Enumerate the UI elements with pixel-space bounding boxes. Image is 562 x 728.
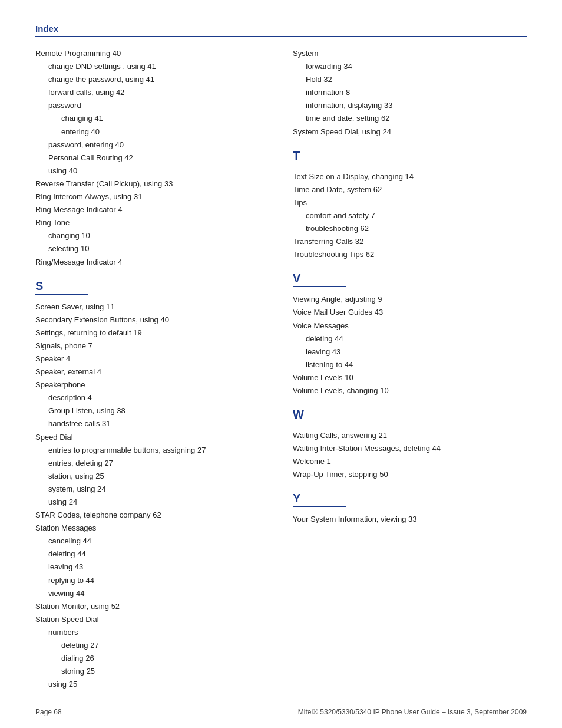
section-rule <box>293 423 346 423</box>
list-item: change the password, using 41 <box>48 73 269 86</box>
list-item: Volume Levels 10 <box>293 371 527 384</box>
list-item: selecting 10 <box>48 242 269 255</box>
list-item: viewing 44 <box>48 587 269 600</box>
list-item: canceling 44 <box>48 535 269 548</box>
list-item: numbers <box>48 626 269 639</box>
section-letter-t: T <box>293 149 527 163</box>
list-item: deleting 44 <box>48 548 269 561</box>
list-item: dialing 26 <box>61 652 269 665</box>
list-item: using 40 <box>48 164 269 177</box>
footer-right: Mitel® 5320/5330/5340 IP Phone User Guid… <box>298 708 527 716</box>
list-item: Reverse Transfer (Call Pickup), using 33 <box>35 177 269 190</box>
list-item: Welcome 1 <box>293 455 527 468</box>
list-item: station, using 25 <box>48 470 269 483</box>
list-item: Ring Tone <box>35 216 269 229</box>
list-item: Station Speed Dial <box>35 613 269 626</box>
list-item: handsfree calls 31 <box>48 417 269 430</box>
list-item: Speed Dial <box>35 431 269 444</box>
section-letter-v: V <box>293 272 527 285</box>
list-item: Viewing Angle, adjusting 9 <box>293 293 527 306</box>
list-item: comfort and safety 7 <box>306 209 527 222</box>
list-item: Secondary Extension Buttons, using 40 <box>35 314 269 327</box>
list-item: forward calls, using 42 <box>48 86 269 99</box>
list-item: Speakerphone <box>35 378 269 391</box>
list-item: forwarding 34 <box>306 60 527 73</box>
list-item: Troubleshooting Tips 62 <box>293 248 527 261</box>
list-item: Waiting Calls, answering 21 <box>293 429 527 442</box>
list-item: Ring Intercom Always, using 31 <box>35 190 269 203</box>
list-item: Station Messages <box>35 522 269 535</box>
title-rule <box>35 36 527 37</box>
list-item: password, entering 40 <box>48 139 269 151</box>
list-item: Voice Mail User Guides 43 <box>293 306 527 319</box>
right-column: Systemforwarding 34Hold 32information 8i… <box>293 47 527 691</box>
list-item: STAR Codes, telephone company 62 <box>35 509 269 522</box>
page-footer: Page 68 Mitel® 5320/5330/5340 IP Phone U… <box>35 704 527 716</box>
section-rule <box>293 506 346 507</box>
list-item: Remote Programming 40 <box>35 47 269 60</box>
list-item: password <box>48 99 269 112</box>
list-item: time and date, setting 62 <box>306 112 527 125</box>
section-letter-y: Y <box>293 492 527 505</box>
list-item: storing 25 <box>61 665 269 678</box>
list-item: Tips <box>293 196 527 209</box>
list-item: change DND settings , using 41 <box>48 60 269 73</box>
list-item: System Speed Dial, using 24 <box>293 126 527 139</box>
list-item: Group Listen, using 38 <box>48 404 269 417</box>
list-item: Voice Messages <box>293 319 527 332</box>
list-item: entries, deleting 27 <box>48 457 269 470</box>
list-item: deleting 27 <box>61 639 269 652</box>
list-item: System <box>293 47 527 60</box>
list-item: replying to 44 <box>48 574 269 587</box>
list-item: Your System Information, viewing 33 <box>293 513 527 526</box>
footer-left: Page 68 <box>35 708 62 716</box>
page-container: Index Remote Programming 40change DND se… <box>0 0 562 728</box>
list-item: changing 41 <box>61 112 269 125</box>
list-item: Signals, phone 7 <box>35 340 269 353</box>
list-item: Personal Call Routing 42 <box>48 151 269 164</box>
list-item: deleting 44 <box>306 332 527 345</box>
left-column: Remote Programming 40change DND settings… <box>35 47 269 691</box>
list-item: description 4 <box>48 391 269 404</box>
list-item: Screen Saver, using 11 <box>35 301 269 314</box>
list-item: entering 40 <box>61 126 269 139</box>
section-letter-w: W <box>293 408 527 421</box>
list-item: listening to 44 <box>306 358 527 371</box>
list-item: Settings, returning to default 19 <box>35 327 269 340</box>
section-rule <box>293 164 346 164</box>
list-item: entries to programmable buttons, assigni… <box>48 444 269 457</box>
list-item: Speaker, external 4 <box>35 365 269 378</box>
list-item: Text Size on a Display, changing 14 <box>293 170 527 183</box>
list-item: Wrap-Up Timer, stopping 50 <box>293 468 527 481</box>
list-item: Ring/Message Indicator 4 <box>35 256 269 269</box>
list-item: Volume Levels, changing 10 <box>293 384 527 397</box>
list-item: Station Monitor, using 52 <box>35 600 269 613</box>
list-item: leaving 43 <box>306 345 527 358</box>
section-letter-s: S <box>35 279 269 293</box>
section-rule <box>293 286 346 287</box>
list-item: information, displaying 33 <box>306 99 527 112</box>
list-item: Time and Date, system 62 <box>293 183 527 196</box>
list-item: Waiting Inter-Station Messages, deleting… <box>293 442 527 455</box>
list-item: Ring Message Indicator 4 <box>35 203 269 216</box>
list-item: Transferring Calls 32 <box>293 235 527 248</box>
list-item: leaving 43 <box>48 561 269 574</box>
list-item: information 8 <box>306 86 527 99</box>
list-item: Hold 32 <box>306 73 527 86</box>
columns: Remote Programming 40change DND settings… <box>35 47 527 691</box>
section-rule <box>35 294 88 295</box>
index-title: Index <box>35 24 527 34</box>
list-item: using 24 <box>48 496 269 509</box>
list-item: using 25 <box>48 678 269 691</box>
list-item: Speaker 4 <box>35 353 269 365</box>
list-item: system, using 24 <box>48 483 269 496</box>
list-item: troubleshooting 62 <box>306 222 527 235</box>
list-item: changing 10 <box>48 229 269 242</box>
